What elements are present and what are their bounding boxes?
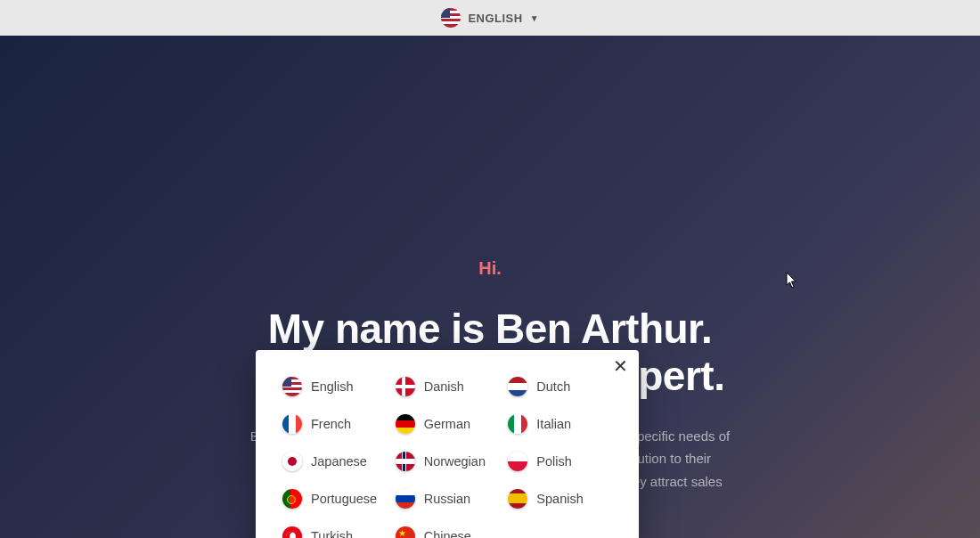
language-picker-modal: ✕ EnglishDanishDutchFrenchGermanItalianJ… xyxy=(256,350,639,538)
language-label: English xyxy=(311,379,354,394)
language-label: Japanese xyxy=(311,454,367,469)
flag-ru-icon xyxy=(396,489,415,509)
flag-tr-icon xyxy=(282,526,302,538)
language-option-en[interactable]: English xyxy=(282,377,387,396)
language-grid: EnglishDanishDutchFrenchGermanItalianJap… xyxy=(282,377,612,538)
greeting-text: Hi. xyxy=(478,258,502,279)
language-option-ru[interactable]: Russian xyxy=(396,489,500,509)
hero-section: Hi. My name is Ben Arthur. Digital Marke… xyxy=(0,36,980,538)
language-option-no[interactable]: Norwegian xyxy=(396,452,500,471)
language-option-de[interactable]: German xyxy=(396,414,500,434)
language-label: Italian xyxy=(536,417,571,431)
language-label: Portuguese xyxy=(311,492,377,506)
flag-pl-icon xyxy=(508,452,527,471)
language-label: Danish xyxy=(424,379,464,394)
flag-us-icon xyxy=(441,8,461,28)
language-option-it[interactable]: Italian xyxy=(508,414,612,434)
language-label: Chinese xyxy=(424,529,471,538)
language-label: Dutch xyxy=(536,379,570,394)
language-option-tr[interactable]: Turkish xyxy=(282,526,387,538)
language-label: Spanish xyxy=(536,492,583,506)
headline-line-1: My name is Ben Arthur. xyxy=(256,306,725,353)
flag-es-icon xyxy=(508,489,527,509)
flag-pt-icon xyxy=(282,489,302,509)
caret-down-icon: ▼ xyxy=(530,13,539,23)
language-label: Norwegian xyxy=(424,454,486,469)
language-option-fr[interactable]: French xyxy=(282,414,387,434)
mouse-cursor-icon xyxy=(786,272,798,289)
flag-no-icon xyxy=(396,452,415,471)
flag-fr-icon xyxy=(282,414,302,434)
current-language-label: ENGLISH xyxy=(468,12,522,25)
flag-da-icon xyxy=(396,377,415,396)
flag-it-icon xyxy=(508,414,527,434)
close-button[interactable]: ✕ xyxy=(613,357,628,375)
language-label: Russian xyxy=(424,492,470,506)
language-option-nl[interactable]: Dutch xyxy=(508,377,612,396)
language-label: German xyxy=(424,417,470,431)
flag-ja-icon xyxy=(282,452,302,471)
flag-de-icon xyxy=(396,414,415,434)
language-option-pl[interactable]: Polish xyxy=(508,452,612,471)
flag-nl-icon xyxy=(508,377,527,396)
flag-zh-icon xyxy=(396,526,415,538)
flag-en-icon xyxy=(282,377,302,396)
language-label: French xyxy=(311,417,351,431)
language-option-ja[interactable]: Japanese xyxy=(282,452,387,471)
language-label: Turkish xyxy=(311,529,353,538)
language-option-es[interactable]: Spanish xyxy=(508,489,612,509)
language-option-pt[interactable]: Portuguese xyxy=(282,489,387,509)
language-option-da[interactable]: Danish xyxy=(396,377,500,396)
language-label: Polish xyxy=(536,454,572,469)
language-topbar[interactable]: ENGLISH ▼ xyxy=(0,0,980,36)
language-option-zh[interactable]: Chinese xyxy=(396,526,500,538)
